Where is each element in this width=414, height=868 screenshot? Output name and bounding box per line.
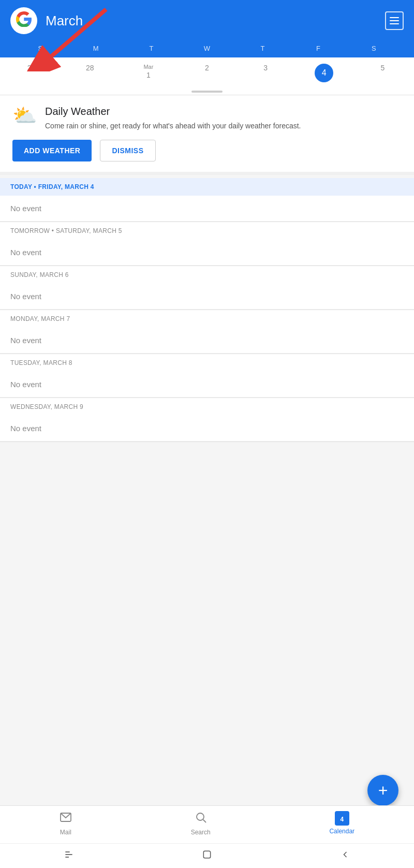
recents-button[interactable] [340, 849, 350, 862]
day-cell-28[interactable]: 28 [61, 62, 119, 84]
day-num-5: 5 [381, 64, 385, 72]
day-num-3: 3 [263, 64, 268, 72]
event-row-wed: No event [0, 416, 414, 442]
date-header-mon: MONDAY, MARCH 7 [0, 310, 414, 328]
weather-card: ⛅ Daily Weather Come rain or shine, get … [0, 95, 414, 172]
day-num-1: 1 [146, 71, 151, 80]
event-group-fri: TODAY • FRIDAY, MARCH 4 No event [0, 178, 414, 222]
day-header-thu: T [235, 45, 290, 57]
events-section: TODAY • FRIDAY, MARCH 4 No event TOMORRO… [0, 178, 414, 442]
day-num-27: 27 [27, 64, 36, 72]
scroll-handle [0, 87, 414, 95]
menu-button[interactable] [385, 11, 404, 30]
calendar-badge: 4 [340, 816, 344, 823]
day-cell-2[interactable]: 2 [178, 62, 236, 84]
week-row: 27 28 Mar 1 2 3 4 5 [0, 57, 414, 87]
week-row-container: 27 28 Mar 1 2 3 4 5 [0, 57, 414, 95]
weather-content: Daily Weather Come rain or shine, get re… [45, 106, 301, 131]
nav-item-search[interactable]: Search [191, 811, 211, 836]
day-header-sat: S [346, 45, 402, 57]
nav-item-calendar[interactable]: 4 Calendar [329, 811, 354, 836]
date-header-wed: WEDNESDAY, MARCH 9 [0, 398, 414, 416]
event-group-wed: WEDNESDAY, MARCH 9 No event [0, 398, 414, 442]
header: March S M T W T F S [0, 0, 414, 57]
weather-buttons: ADD WEATHER DISMISS [12, 140, 402, 161]
day-cell-5[interactable]: 5 [353, 62, 412, 84]
day-num-28: 28 [86, 64, 94, 72]
event-group-sat: TOMORROW • SATURDAY, MARCH 5 No event [0, 222, 414, 266]
svg-point-3 [197, 813, 204, 820]
dismiss-button[interactable]: DISMISS [100, 140, 155, 161]
day-cell-4[interactable]: 4 [295, 62, 353, 84]
day-month-label-mar: Mar [143, 64, 153, 70]
day-header-fri: F [290, 45, 346, 57]
event-group-tue: TUESDAY, MARCH 8 No event [0, 354, 414, 398]
day-headers: S M T W T F S [10, 45, 404, 57]
weather-top: ⛅ Daily Weather Come rain or shine, get … [12, 106, 402, 131]
event-row-mon: No event [0, 328, 414, 354]
event-row-fri: No event [0, 196, 414, 222]
day-num-4-active: 4 [315, 64, 333, 82]
section-divider [0, 172, 414, 175]
event-row-sun: No event [0, 284, 414, 310]
calendar-label: Calendar [329, 828, 354, 835]
day-cell-27[interactable]: 27 [2, 62, 61, 84]
nav-item-mail[interactable]: Mail [60, 811, 72, 836]
scroll-bar [191, 91, 223, 93]
day-num-2: 2 [205, 64, 209, 72]
menu-line-3 [390, 23, 399, 24]
date-header-fri: TODAY • FRIDAY, MARCH 4 [0, 178, 414, 196]
svg-line-4 [203, 820, 206, 823]
day-cell-3[interactable]: 3 [236, 62, 295, 84]
month-title: March [46, 13, 83, 29]
add-weather-button[interactable]: ADD WEATHER [12, 140, 92, 161]
search-icon [195, 811, 207, 827]
date-header-tue: TUESDAY, MARCH 8 [0, 354, 414, 372]
header-top: March [10, 7, 404, 34]
menu-line-2 [390, 20, 399, 21]
home-button[interactable] [202, 849, 212, 862]
system-nav [0, 843, 414, 868]
weather-description: Come rain or shine, get ready for what's… [45, 121, 301, 131]
back-button[interactable] [64, 849, 74, 862]
menu-line-1 [390, 17, 399, 18]
date-header-sat: TOMORROW • SATURDAY, MARCH 5 [0, 222, 414, 240]
fab-plus-icon: + [378, 782, 388, 799]
weather-sun-cloud-icon: ⛅ [12, 106, 37, 125]
svg-rect-8 [203, 851, 210, 858]
calendar-icon-wrapper: 4 [335, 811, 349, 826]
day-header-wed: W [179, 45, 234, 57]
search-label: Search [191, 829, 211, 836]
bottom-nav: Mail Search 4 Calendar [0, 805, 414, 843]
event-row-tue: No event [0, 372, 414, 398]
fab-add-event[interactable]: + [367, 775, 398, 806]
google-logo[interactable] [10, 7, 37, 34]
google-g-icon [16, 11, 32, 31]
mail-icon [60, 811, 72, 827]
mail-label: Mail [60, 829, 71, 836]
header-left: March [10, 7, 83, 34]
date-header-sun: SUNDAY, MARCH 6 [0, 266, 414, 284]
event-row-sat: No event [0, 240, 414, 266]
event-group-sun: SUNDAY, MARCH 6 No event [0, 266, 414, 310]
weather-title: Daily Weather [45, 106, 301, 117]
day-header-mon: M [68, 45, 123, 57]
day-cell-1[interactable]: Mar 1 [119, 62, 178, 84]
day-header-sun: S [12, 45, 68, 57]
event-group-mon: MONDAY, MARCH 7 No event [0, 310, 414, 354]
day-header-tue: T [124, 45, 179, 57]
